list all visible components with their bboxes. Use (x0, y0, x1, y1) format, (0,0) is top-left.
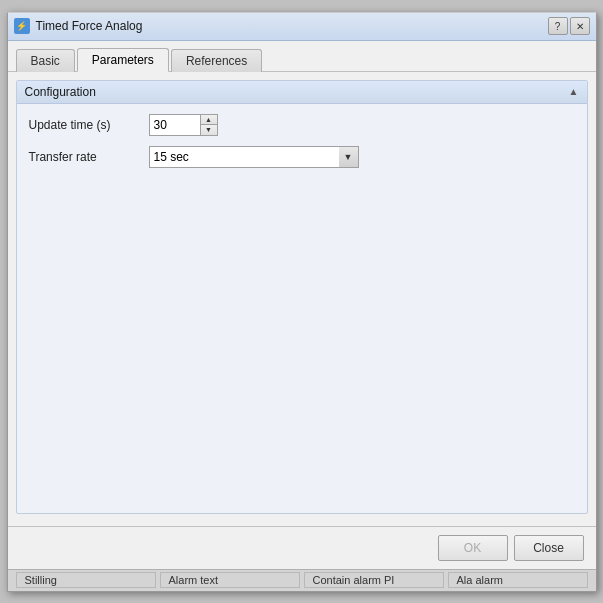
tab-parameters[interactable]: Parameters (77, 48, 169, 72)
transfer-rate-dropdown-wrapper: 15 sec 30 sec 1 min 5 min 10 min ▼ (149, 146, 359, 168)
transfer-rate-row: Transfer rate 15 sec 30 sec 1 min 5 min … (29, 146, 575, 168)
section-title: Configuration (25, 85, 96, 99)
statusbar-segments: Stilling Alarm text Contain alarm PI Ala… (16, 572, 588, 588)
content-area: Configuration ▲ Update time (s) ▲ ▼ (8, 72, 596, 526)
update-time-input[interactable] (150, 115, 200, 135)
collapse-icon[interactable]: ▲ (569, 86, 579, 97)
transfer-rate-label: Transfer rate (29, 150, 149, 164)
statusbar-seg-2: Alarm text (160, 572, 300, 588)
title-bar-left: ⚡ Timed Force Analog (14, 18, 143, 34)
tabs-bar: Basic Parameters References (8, 41, 596, 72)
tab-references[interactable]: References (171, 49, 262, 72)
spinner-up-button[interactable]: ▲ (201, 115, 217, 125)
close-title-button[interactable]: ✕ (570, 17, 590, 35)
transfer-rate-select[interactable]: 15 sec 30 sec 1 min 5 min 10 min (149, 146, 359, 168)
statusbar-seg-4: Ala alarm (448, 572, 588, 588)
title-buttons: ? ✕ (548, 17, 590, 35)
help-button[interactable]: ? (548, 17, 568, 35)
update-time-spinner[interactable]: ▲ ▼ (149, 114, 218, 136)
dialog-window: ⚡ Timed Force Analog ? ✕ Basic Parameter… (7, 12, 597, 592)
dialog-footer: OK Close (8, 526, 596, 569)
statusbar-seg-3: Contain alarm PI (304, 572, 444, 588)
statusbar-seg-1: Stilling (16, 572, 156, 588)
close-button[interactable]: Close (514, 535, 584, 561)
spinner-down-button[interactable]: ▼ (201, 125, 217, 135)
ok-button[interactable]: OK (438, 535, 508, 561)
title-bar: ⚡ Timed Force Analog ? ✕ (8, 13, 596, 41)
section-header: Configuration ▲ (17, 81, 587, 104)
spinner-buttons: ▲ ▼ (200, 115, 217, 135)
configuration-section: Configuration ▲ Update time (s) ▲ ▼ (16, 80, 588, 514)
update-time-row: Update time (s) ▲ ▼ (29, 114, 575, 136)
dialog-icon: ⚡ (14, 18, 30, 34)
statusbar: Stilling Alarm text Contain alarm PI Ala… (8, 569, 596, 591)
update-time-label: Update time (s) (29, 118, 149, 132)
dialog-title: Timed Force Analog (36, 19, 143, 33)
tab-basic[interactable]: Basic (16, 49, 75, 72)
section-content: Update time (s) ▲ ▼ Transfer rate 1 (17, 104, 587, 188)
